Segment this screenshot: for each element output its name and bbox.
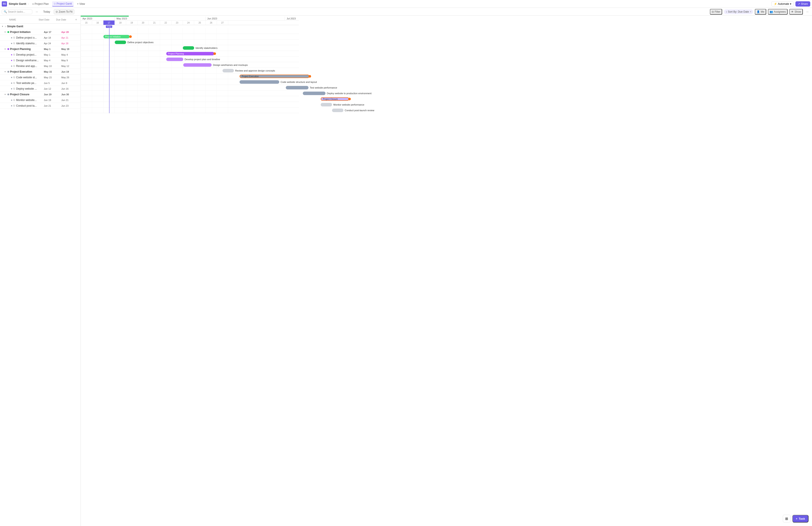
day-20: 20 [137, 20, 149, 25]
bar-project-execution[interactable]: Project Execution [240, 75, 309, 78]
share-icon: ↗ [798, 2, 800, 5]
more-options-button[interactable]: ··· [34, 9, 40, 14]
gantt-row-design-wireframe: Design wireframes and mockups [81, 62, 299, 68]
subtask-icon3: ■ [11, 54, 12, 56]
milestone-initiation [129, 35, 132, 38]
add-task-button[interactable]: + Task [792, 515, 809, 523]
day-26: 26 [205, 20, 217, 25]
row-project-execution: ▾ Project Execution May 15 Jun 19 [0, 69, 81, 75]
automate-button[interactable]: ⚡ Automate ▾ [771, 1, 794, 6]
label-conduct-post: Conduct post-launch review [345, 109, 374, 112]
label-review-approve: Review and approve design concepts [235, 69, 275, 72]
subtask-icon8: ■ [11, 87, 12, 90]
chevron-down-icon: ▾ [790, 2, 791, 5]
section-icon: ≡ [5, 25, 6, 28]
day-15: 15 [81, 20, 92, 25]
nav-right: ⚡ Automate ▾ ↗ Share [771, 1, 810, 6]
zoom-to-fit-button[interactable]: ⊙ Zoom To Fit [54, 9, 74, 14]
task-link-icon6: ⛓ [13, 76, 15, 78]
project-initiation-label: Project Initiation [10, 31, 31, 33]
bar-review-approve[interactable] [222, 69, 234, 72]
bar-project-planning[interactable]: Project Planning [166, 52, 214, 55]
identify-stake-label: Identify stakeho... [16, 42, 37, 45]
assignees-icon: 👥 [770, 10, 773, 13]
bar-label-closure: Project Closure [323, 98, 338, 100]
bar-define-project[interactable] [115, 41, 126, 44]
today-badge: Today [106, 26, 112, 28]
col-start-header: Start Date [39, 18, 56, 21]
show-button[interactable]: 👁 Show [789, 9, 803, 15]
bar-project-initiation[interactable]: Project Initiation [103, 35, 130, 39]
design-wireframe-label: Design wireframe... [16, 59, 39, 62]
deploy-website-label: Deploy website ... [16, 87, 37, 90]
row-conduct-post: ■ ⛓ Conduct post-la... Jun 21 Jun 23 [0, 103, 81, 108]
row-deploy-website: ■ ⛓ Deploy website ... Jun 12 Jun 16 [0, 86, 81, 92]
sort-button[interactable]: ↕ Sort By: Due Date × [724, 9, 753, 14]
bottom-right-actions: ⊞ + Task [783, 515, 809, 523]
user-icon: 👤 [757, 10, 760, 13]
day-19: 19 [126, 20, 137, 25]
develop-project-label: Develop project... [16, 53, 37, 56]
column-headers: NAME Start Date Due Date + [0, 16, 81, 24]
more-toolbar-button[interactable]: ··· [804, 9, 810, 14]
filter-button[interactable]: ⊟ Filter [710, 9, 722, 15]
expand-project-closure[interactable]: ▾ [3, 93, 6, 96]
search-placeholder: Search tasks... [8, 10, 25, 13]
share-button[interactable]: ↗ Share [795, 1, 810, 6]
dot-initiation [8, 31, 9, 33]
expand-project-initiation[interactable]: ▾ [3, 31, 6, 33]
bar-design-wireframe[interactable] [183, 63, 212, 67]
me-button[interactable]: 👤 Me [755, 9, 766, 15]
gantt-header: Apr 2023 May 2023 Jun 2023 Jul 2023 15 1… [81, 16, 299, 25]
bar-identify-stake[interactable] [183, 46, 194, 50]
app-name: Simple Gantt [9, 2, 26, 5]
tab-project-gantt[interactable]: ◇ Project Gantt [52, 1, 73, 6]
row-project-closure: ▾ Project Closure Jun 19 Jun 30 [0, 92, 81, 97]
task-link-icon8: ⛓ [13, 87, 15, 90]
label-test-website: Test website performance [310, 86, 337, 89]
row-monitor-website: ■ ⛓ Monitor website... Jun 19 Jun 21 [0, 97, 81, 103]
sort-clear-button[interactable]: × [750, 10, 751, 13]
grid-icon: ⊞ [785, 517, 788, 521]
bar-test-website[interactable] [286, 86, 308, 89]
bar-deploy-website[interactable] [303, 92, 325, 95]
add-column-button[interactable]: + [73, 18, 79, 21]
expand-project-planning[interactable]: ▾ [3, 47, 6, 50]
expand-simple-gantt[interactable]: ▾ [1, 25, 4, 28]
row-project-planning: ▾ Project Planning May 1 May 19 [0, 46, 81, 52]
search-icon: 🔍 [4, 10, 7, 13]
bar-develop-project[interactable] [166, 58, 183, 61]
row-develop-project: ■ ⛓ Develop project... May 1 May 4 [0, 52, 81, 58]
toolbar-right: ⊟ Filter ↕ Sort By: Due Date × 👤 Me 👥 As… [710, 9, 811, 15]
row-define-project: ■ ⛓ Define project o... Apr 18 Apr 21 [0, 35, 81, 41]
today-button[interactable]: Today [41, 9, 52, 14]
task-link-icon9: ⛓ [13, 99, 15, 101]
gantt-panel[interactable]: Apr 2023 May 2023 Jun 2023 Jul 2023 15 1… [81, 16, 812, 526]
expand-project-execution[interactable]: ▾ [3, 70, 6, 73]
main-content: NAME Start Date Due Date + ▾ ≡ Simple Ga… [0, 16, 812, 526]
assignees-button[interactable]: 👥 Assignees [768, 9, 787, 15]
bar-conduct-post[interactable] [332, 108, 343, 112]
bar-project-closure[interactable]: Project Closure [321, 97, 349, 101]
grid-view-button[interactable]: ⊞ [783, 515, 791, 523]
project-planning-label: Project Planning [10, 47, 31, 50]
label-monitor-website: Monitor website performance [333, 103, 364, 106]
search-box[interactable]: 🔍 Search tasks... [2, 9, 32, 14]
milestone-planning [213, 52, 216, 55]
tab-project-plan[interactable]: ≡ Project Plan [31, 1, 50, 6]
add-view-button[interactable]: + View [75, 1, 87, 6]
monitor-website-label: Monitor website... [16, 99, 37, 102]
gantt-row-project-initiation: Project Initiation [81, 34, 299, 40]
bar-monitor-website[interactable] [321, 103, 332, 106]
milestone-closure [348, 98, 351, 100]
bar-code-website[interactable] [240, 80, 279, 84]
task-link-icon10: ⛓ [13, 104, 15, 107]
day-22: 22 [160, 20, 172, 25]
eye-icon: 👁 [791, 10, 794, 13]
row-test-website: ■ ⛓ Test website pe... Jun 5 Jun 9 [0, 80, 81, 86]
task-link-icon: ⛓ [13, 36, 15, 39]
filter-icon: ⊟ [712, 10, 714, 13]
gantt-row-project-closure: Project Closure [81, 96, 299, 102]
task-list-panel: NAME Start Date Due Date + ▾ ≡ Simple Ga… [0, 16, 81, 526]
gantt-row-test-website: Test website performance [81, 85, 299, 90]
